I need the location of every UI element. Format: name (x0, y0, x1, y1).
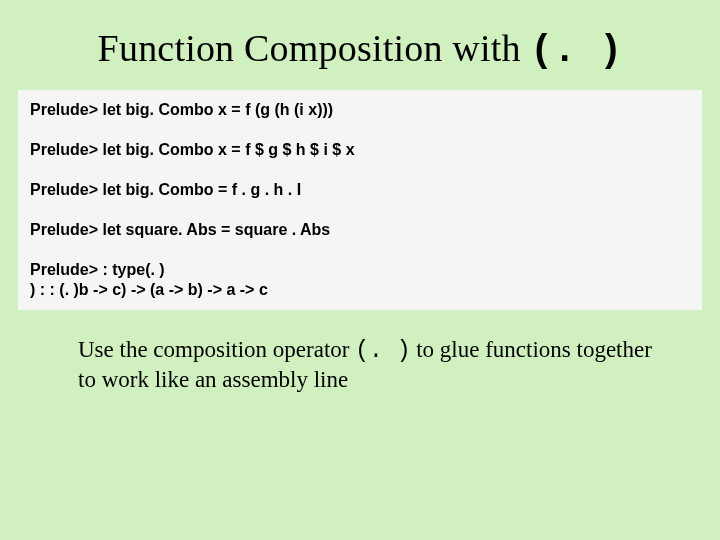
title-mono: (. ) (530, 29, 622, 72)
code-line: Prelude> : type(. ) (30, 260, 690, 280)
title-text: Function Composition with (98, 27, 531, 69)
caption-mono: (. ) (355, 338, 410, 364)
code-line: ) : : (. )b -> c) -> (a -> b) -> a -> c (30, 280, 690, 300)
code-line: Prelude> let big. Combo x = f $ g $ h $ … (30, 140, 690, 160)
slide-title: Function Composition with (. ) (28, 26, 692, 72)
caption-pre: Use the composition operator (78, 337, 355, 362)
slide: Function Composition with (. ) Prelude> … (0, 0, 720, 540)
caption: Use the composition operator (. ) to glu… (78, 336, 662, 395)
code-line: Prelude> let big. Combo x = f (g (h (i x… (30, 100, 690, 120)
code-line: Prelude> let square. Abs = square . Abs (30, 220, 690, 240)
code-line: Prelude> let big. Combo = f . g . h . I (30, 180, 690, 200)
code-block: Prelude> let big. Combo x = f (g (h (i x… (18, 90, 702, 310)
